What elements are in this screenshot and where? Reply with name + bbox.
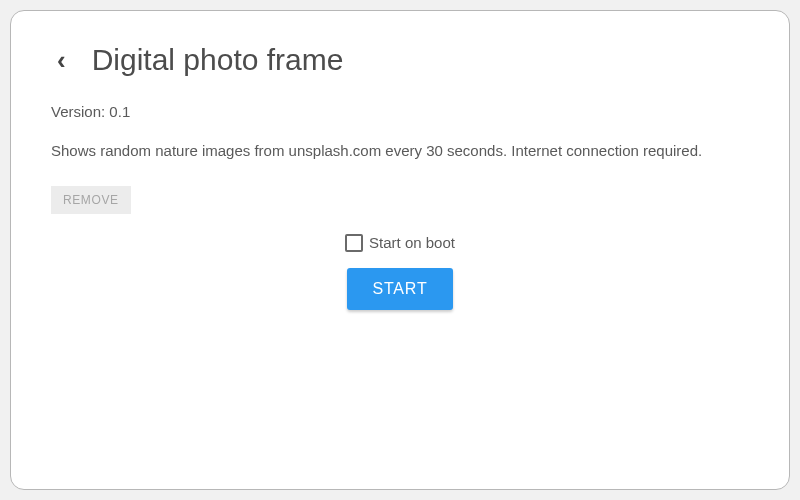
start-on-boot-label: Start on boot [369,234,455,251]
page-title: Digital photo frame [92,43,344,77]
header: ‹ Digital photo frame [51,43,749,77]
back-icon[interactable]: ‹ [51,43,72,77]
app-card: ‹ Digital photo frame Version: 0.1 Shows… [10,10,790,490]
version-label: Version: 0.1 [51,103,749,120]
app-description: Shows random nature images from unsplash… [51,138,749,164]
start-button[interactable]: START [347,268,454,310]
start-on-boot-checkbox[interactable]: Start on boot [345,234,455,252]
checkbox-box-icon [345,234,363,252]
remove-button[interactable]: REMOVE [51,186,131,214]
center-controls: Start on boot START [51,234,749,310]
